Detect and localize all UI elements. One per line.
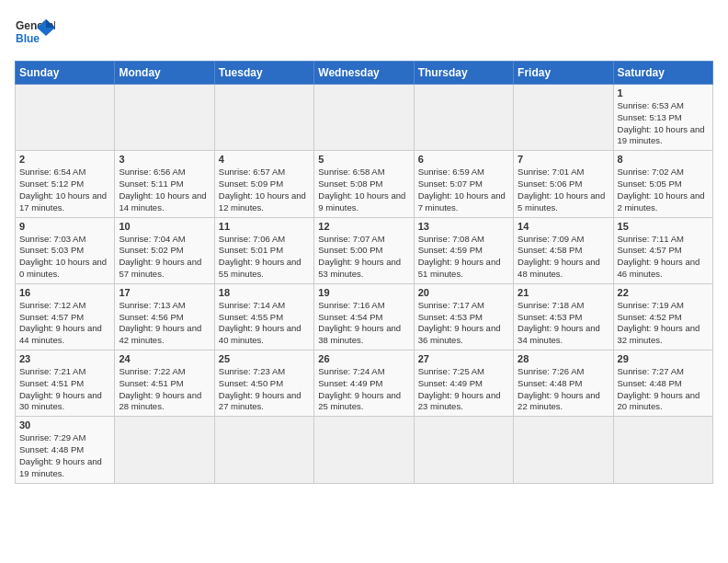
calendar-cell: 15Sunrise: 7:11 AM Sunset: 4:57 PM Dayli…	[613, 217, 712, 283]
calendar-week-row: 2Sunrise: 6:54 AM Sunset: 5:12 PM Daylig…	[16, 151, 713, 217]
day-info: Sunrise: 7:06 AM Sunset: 5:01 PM Dayligh…	[219, 234, 310, 281]
day-info: Sunrise: 7:02 AM Sunset: 5:05 PM Dayligh…	[618, 167, 709, 213]
day-number: 23	[19, 353, 110, 364]
day-number: 1	[618, 87, 709, 98]
calendar-cell: 9Sunrise: 7:03 AM Sunset: 5:03 PM Daylig…	[16, 217, 115, 283]
day-info: Sunrise: 7:14 AM Sunset: 4:55 PM Dayligh…	[219, 300, 310, 347]
calendar-cell: 10Sunrise: 7:04 AM Sunset: 5:02 PM Dayli…	[115, 217, 214, 283]
calendar-cell: 12Sunrise: 7:07 AM Sunset: 5:00 PM Dayli…	[314, 217, 414, 283]
day-number: 13	[418, 221, 509, 232]
day-of-week-header: Wednesday	[314, 62, 414, 85]
day-number: 12	[318, 221, 409, 232]
calendar-cell: 18Sunrise: 7:14 AM Sunset: 4:55 PM Dayli…	[214, 283, 313, 350]
calendar-cell: 1Sunrise: 6:53 AM Sunset: 5:13 PM Daylig…	[613, 85, 712, 151]
day-number: 3	[119, 154, 210, 165]
day-info: Sunrise: 7:12 AM Sunset: 4:57 PM Dayligh…	[19, 300, 110, 347]
page-header: General Blue	[15, 15, 713, 52]
calendar-week-row: 23Sunrise: 7:21 AM Sunset: 4:51 PM Dayli…	[16, 350, 713, 417]
day-number: 5	[318, 154, 409, 165]
day-info: Sunrise: 7:24 AM Sunset: 4:49 PM Dayligh…	[318, 366, 409, 413]
calendar-cell: 8Sunrise: 7:02 AM Sunset: 5:05 PM Daylig…	[613, 151, 712, 217]
day-number: 20	[418, 287, 509, 298]
day-of-week-header: Thursday	[414, 62, 513, 85]
day-info: Sunrise: 7:13 AM Sunset: 4:56 PM Dayligh…	[119, 300, 210, 347]
day-info: Sunrise: 7:21 AM Sunset: 4:51 PM Dayligh…	[19, 366, 110, 413]
day-of-week-header: Friday	[514, 62, 613, 85]
calendar-cell: 16Sunrise: 7:12 AM Sunset: 4:57 PM Dayli…	[16, 283, 115, 350]
day-number: 19	[318, 287, 409, 298]
calendar-cell: 17Sunrise: 7:13 AM Sunset: 4:56 PM Dayli…	[115, 283, 214, 350]
day-number: 16	[19, 287, 110, 298]
day-number: 7	[518, 154, 609, 165]
day-number: 17	[119, 287, 210, 298]
logo-svg: General Blue	[15, 15, 55, 52]
day-info: Sunrise: 7:27 AM Sunset: 4:48 PM Dayligh…	[618, 366, 709, 413]
day-info: Sunrise: 7:26 AM Sunset: 4:48 PM Dayligh…	[518, 366, 609, 413]
calendar-cell: 20Sunrise: 7:17 AM Sunset: 4:53 PM Dayli…	[414, 283, 513, 350]
calendar-cell: 19Sunrise: 7:16 AM Sunset: 4:54 PM Dayli…	[314, 283, 414, 350]
day-of-week-header: Monday	[115, 62, 214, 85]
day-of-week-header: Tuesday	[214, 62, 313, 85]
day-info: Sunrise: 7:18 AM Sunset: 4:53 PM Dayligh…	[518, 300, 609, 347]
calendar-cell: 2Sunrise: 6:54 AM Sunset: 5:12 PM Daylig…	[16, 151, 115, 217]
calendar-cell: 21Sunrise: 7:18 AM Sunset: 4:53 PM Dayli…	[514, 283, 613, 350]
calendar-cell	[414, 417, 513, 483]
day-info: Sunrise: 7:01 AM Sunset: 5:06 PM Dayligh…	[518, 167, 609, 213]
day-number: 8	[618, 154, 709, 165]
calendar-cell	[214, 417, 313, 483]
calendar-week-row: 16Sunrise: 7:12 AM Sunset: 4:57 PM Dayli…	[16, 283, 713, 350]
day-info: Sunrise: 7:29 AM Sunset: 4:48 PM Dayligh…	[19, 432, 110, 479]
day-number: 9	[19, 221, 110, 232]
day-info: Sunrise: 6:56 AM Sunset: 5:11 PM Dayligh…	[119, 167, 210, 213]
day-info: Sunrise: 7:09 AM Sunset: 4:58 PM Dayligh…	[518, 234, 609, 281]
day-info: Sunrise: 6:54 AM Sunset: 5:12 PM Dayligh…	[19, 167, 110, 213]
calendar-cell: 28Sunrise: 7:26 AM Sunset: 4:48 PM Dayli…	[514, 350, 613, 417]
day-number: 2	[19, 154, 110, 165]
day-number: 14	[518, 221, 609, 232]
day-info: Sunrise: 6:58 AM Sunset: 5:08 PM Dayligh…	[318, 167, 409, 213]
calendar-cell: 26Sunrise: 7:24 AM Sunset: 4:49 PM Dayli…	[314, 350, 414, 417]
calendar-cell: 29Sunrise: 7:27 AM Sunset: 4:48 PM Dayli…	[613, 350, 712, 417]
day-number: 26	[318, 353, 409, 364]
calendar-cell: 6Sunrise: 6:59 AM Sunset: 5:07 PM Daylig…	[414, 151, 513, 217]
calendar-table: SundayMondayTuesdayWednesdayThursdayFrid…	[15, 61, 713, 484]
day-info: Sunrise: 7:17 AM Sunset: 4:53 PM Dayligh…	[418, 300, 509, 347]
day-info: Sunrise: 7:04 AM Sunset: 5:02 PM Dayligh…	[119, 234, 210, 281]
calendar-week-row: 9Sunrise: 7:03 AM Sunset: 5:03 PM Daylig…	[16, 217, 713, 283]
day-number: 11	[219, 221, 310, 232]
calendar-cell	[214, 85, 313, 151]
day-info: Sunrise: 7:03 AM Sunset: 5:03 PM Dayligh…	[19, 234, 110, 281]
calendar-cell: 25Sunrise: 7:23 AM Sunset: 4:50 PM Dayli…	[214, 350, 313, 417]
calendar-header-row: SundayMondayTuesdayWednesdayThursdayFrid…	[16, 62, 713, 85]
calendar-cell: 30Sunrise: 7:29 AM Sunset: 4:48 PM Dayli…	[16, 417, 115, 483]
calendar-cell: 11Sunrise: 7:06 AM Sunset: 5:01 PM Dayli…	[214, 217, 313, 283]
day-info: Sunrise: 7:19 AM Sunset: 4:52 PM Dayligh…	[618, 300, 709, 347]
svg-text:Blue: Blue	[16, 32, 40, 45]
day-info: Sunrise: 6:53 AM Sunset: 5:13 PM Dayligh…	[618, 100, 709, 147]
day-info: Sunrise: 6:59 AM Sunset: 5:07 PM Dayligh…	[418, 167, 509, 213]
calendar-cell: 22Sunrise: 7:19 AM Sunset: 4:52 PM Dayli…	[613, 283, 712, 350]
logo: General Blue	[15, 15, 55, 52]
day-info: Sunrise: 7:22 AM Sunset: 4:51 PM Dayligh…	[119, 366, 210, 413]
day-of-week-header: Saturday	[613, 62, 712, 85]
calendar-cell: 4Sunrise: 6:57 AM Sunset: 5:09 PM Daylig…	[214, 151, 313, 217]
calendar-cell: 14Sunrise: 7:09 AM Sunset: 4:58 PM Dayli…	[514, 217, 613, 283]
day-info: Sunrise: 7:16 AM Sunset: 4:54 PM Dayligh…	[318, 300, 409, 347]
calendar-week-row: 30Sunrise: 7:29 AM Sunset: 4:48 PM Dayli…	[16, 417, 713, 483]
day-number: 30	[19, 419, 110, 431]
calendar-cell	[514, 85, 613, 151]
day-info: Sunrise: 7:08 AM Sunset: 4:59 PM Dayligh…	[418, 234, 509, 281]
calendar-cell	[514, 417, 613, 483]
day-info: Sunrise: 7:25 AM Sunset: 4:49 PM Dayligh…	[418, 366, 509, 413]
calendar-cell: 27Sunrise: 7:25 AM Sunset: 4:49 PM Dayli…	[414, 350, 513, 417]
calendar-cell: 5Sunrise: 6:58 AM Sunset: 5:08 PM Daylig…	[314, 151, 414, 217]
calendar-cell: 23Sunrise: 7:21 AM Sunset: 4:51 PM Dayli…	[16, 350, 115, 417]
day-number: 21	[518, 287, 609, 298]
day-number: 18	[219, 287, 310, 298]
calendar-cell	[115, 417, 214, 483]
calendar-cell	[314, 85, 414, 151]
day-number: 15	[618, 221, 709, 232]
calendar-cell	[414, 85, 513, 151]
day-number: 6	[418, 154, 509, 165]
calendar-cell: 3Sunrise: 6:56 AM Sunset: 5:11 PM Daylig…	[115, 151, 214, 217]
